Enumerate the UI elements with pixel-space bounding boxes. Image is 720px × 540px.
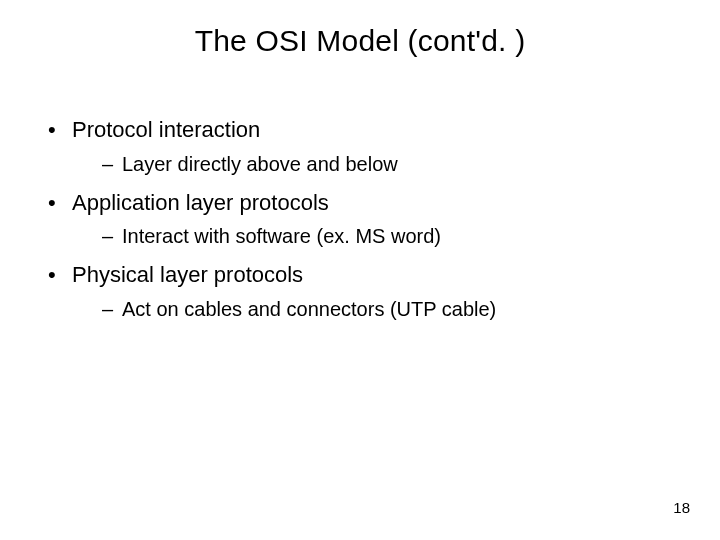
slide: The OSI Model (cont'd. ) Protocol intera… [0, 0, 720, 540]
page-number: 18 [673, 499, 690, 516]
sub-bullet-text: Interact with software (ex. MS word) [122, 225, 441, 247]
sub-bullet-list: Act on cables and connectors (UTP cable) [72, 296, 672, 323]
slide-body: Protocol interaction Layer directly abov… [48, 115, 672, 333]
bullet-text: Physical layer protocols [72, 262, 303, 287]
bullet-item: Protocol interaction Layer directly abov… [48, 115, 672, 178]
sub-bullet-list: Layer directly above and below [72, 151, 672, 178]
bullet-text: Protocol interaction [72, 117, 260, 142]
bullet-list: Protocol interaction Layer directly abov… [48, 115, 672, 323]
sub-bullet-text: Layer directly above and below [122, 153, 398, 175]
slide-title: The OSI Model (cont'd. ) [0, 24, 720, 58]
sub-bullet-item: Interact with software (ex. MS word) [102, 223, 672, 250]
bullet-item: Physical layer protocols Act on cables a… [48, 260, 672, 323]
sub-bullet-item: Layer directly above and below [102, 151, 672, 178]
sub-bullet-item: Act on cables and connectors (UTP cable) [102, 296, 672, 323]
bullet-text: Application layer protocols [72, 190, 329, 215]
bullet-item: Application layer protocols Interact wit… [48, 188, 672, 251]
sub-bullet-list: Interact with software (ex. MS word) [72, 223, 672, 250]
sub-bullet-text: Act on cables and connectors (UTP cable) [122, 298, 496, 320]
